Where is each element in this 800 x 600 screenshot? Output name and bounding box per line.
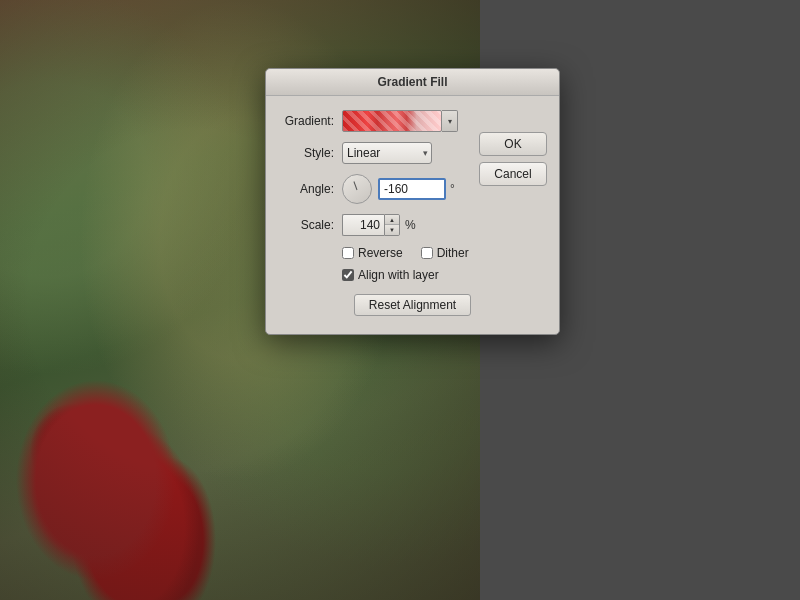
checkboxes-row: Reverse Dither [342, 246, 543, 260]
angle-input[interactable] [378, 178, 446, 200]
ok-button[interactable]: OK [479, 132, 547, 156]
align-checkbox-item: Align with layer [342, 268, 439, 282]
align-label[interactable]: Align with layer [358, 268, 439, 282]
cancel-button[interactable]: Cancel [479, 162, 547, 186]
scale-down-arrow[interactable]: ▼ [385, 225, 399, 235]
gradient-swatch[interactable] [342, 110, 442, 132]
reverse-checkbox-item: Reverse [342, 246, 403, 260]
dialog-title: Gradient Fill [377, 75, 447, 89]
reverse-label[interactable]: Reverse [358, 246, 403, 260]
scale-row: Scale: ▲ ▼ % [282, 214, 543, 236]
scale-arrows: ▲ ▼ [384, 214, 400, 236]
scale-label: Scale: [282, 218, 334, 232]
dither-label[interactable]: Dither [437, 246, 469, 260]
style-label: Style: [282, 146, 334, 160]
scale-up-arrow[interactable]: ▲ [385, 215, 399, 225]
percent-label: % [405, 218, 416, 232]
align-row: Align with layer [342, 268, 543, 282]
gradient-dropdown-arrow[interactable]: ▾ [442, 110, 458, 132]
reverse-checkbox[interactable] [342, 247, 354, 259]
angle-label: Angle: [282, 182, 334, 196]
dither-checkbox-item: Dither [421, 246, 469, 260]
style-select-wrapper: Linear Radial Angle Reflected Diamond [342, 142, 432, 164]
gradient-fill-dialog: Gradient Fill Gradient: ▾ Style: Linear … [265, 68, 560, 335]
dialog-titlebar: Gradient Fill [266, 69, 559, 96]
scale-input-wrapper: ▲ ▼ % [342, 214, 416, 236]
degree-symbol: ° [450, 182, 455, 196]
align-checkbox[interactable] [342, 269, 354, 281]
gradient-label: Gradient: [282, 114, 334, 128]
gradient-picker[interactable]: ▾ [342, 110, 543, 132]
scale-input[interactable] [342, 214, 384, 236]
dialog-buttons: OK Cancel [479, 132, 547, 186]
reset-alignment-button[interactable]: Reset Alignment [354, 294, 471, 316]
dither-checkbox[interactable] [421, 247, 433, 259]
dialog-content: Gradient: ▾ Style: Linear Radial Angle R… [266, 96, 559, 334]
angle-dial[interactable] [342, 174, 372, 204]
gradient-row: Gradient: ▾ [282, 110, 543, 132]
reset-row: Reset Alignment [282, 294, 543, 316]
style-select[interactable]: Linear Radial Angle Reflected Diamond [342, 142, 432, 164]
